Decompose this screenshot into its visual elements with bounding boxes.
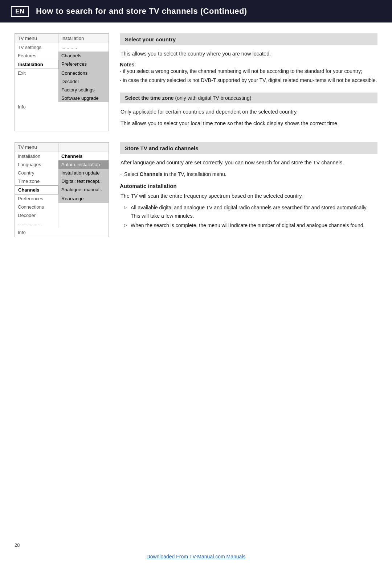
menu1-item-1-right: ............ [58,43,109,52]
select-country-desc: This allows you to select the country wh… [120,50,377,58]
bullet-item-2: When the search is complete, the menu wi… [126,221,377,229]
page-title: How to search for and store TV channels … [36,7,247,16]
menu2-connections-right [58,203,109,211]
menu1-item-4-right: Connections [58,69,109,77]
menu2-item-decoder: Decoder [15,211,109,220]
menu1-item-3-right: Preferences [58,60,109,69]
menu1-item-4: Exit Connections [15,69,109,77]
menu2-channels-row: Installation Channels [15,152,109,160]
menu1-item-6: Factory settings [15,86,109,94]
menu2-decoder-right [58,211,109,220]
menu1-header: TV menu Installation [15,34,109,43]
notes-label: Notes [120,62,134,67]
menu2-item-connections: Connections [15,203,109,211]
first-section-row: TV menu Installation TV settings .......… [15,33,377,131]
store-tv-panel: Store TV and radio channels After langua… [120,142,377,237]
notes-block: Notes: - if you select a wrong country, … [120,61,377,84]
menu1-item-1-left: TV settings [15,43,58,52]
menu2-channels-left: Channels [15,185,58,194]
circle-bullet-icon: ○ [120,172,122,177]
timezone-para2: This allows you to select your local tim… [120,119,377,127]
menu2-digital-right: Digital: test recept.. [58,177,109,185]
menu1-col-left-header: TV menu [15,34,58,43]
menu2-timezone-left: Time zone [15,177,58,185]
store-tv-intro: After language and country are set corre… [120,159,377,167]
menu1-item-1: TV settings ............ [15,43,109,52]
page-number: 28 [15,542,20,548]
menu2-install-update-right: Installation update [58,169,109,177]
notes-list: - if you select a wrong country, the cha… [120,67,377,84]
timezone-heading: Select the time zone (only with digital … [120,93,377,103]
menu1-item-5-right: Decoder [58,77,109,86]
select-channels-note: ○ Select Channels in the TV, Installatio… [120,170,377,178]
select-note-text: Select Channels in the TV, Installation … [124,170,226,178]
menu2-rearrange-right: Rearrange [58,194,109,203]
menu1-item-2-left: Features [15,52,58,60]
select-country-panel: Select your country This allows you to s… [120,33,377,131]
menu1-item-3-left: Installation [15,60,58,69]
auto-install-heading: Automatic installation [120,183,377,189]
auto-install-desc: The TV will scan the entire frequency sp… [120,192,377,200]
menu2-item-dotted: ............ [15,220,109,228]
menu2-installation-left: Installation [15,152,58,160]
menu2-col-left-header: TV menu [15,143,58,152]
menu2-header: TV menu [15,143,109,152]
menu1-item-2: Features Channels [15,52,109,60]
timezone-section: Select the time zone (only with digital … [120,93,377,128]
menu1-item-4-left: Exit [15,69,58,77]
menu2-col-right-header [58,143,109,152]
select-country-heading: Select your country [120,33,377,45]
menu1-item-7-right: Software upgrade [58,94,109,102]
menu2-item-channels: Channels Analogue: manual.. [15,185,109,194]
menu2-preferences-left: Preferences [15,194,58,203]
note-item-2: - in case the country selected is not DV… [120,77,377,85]
note-item-1: - if you select a wrong country, the cha… [120,67,377,75]
menu1-info: Info [15,102,109,111]
menu1-col-right-header: Installation [58,34,109,43]
menu2-item-preferences: Preferences Rearrange [15,194,109,203]
menu1-item-2-right: Channels [58,52,109,60]
menu1-item-6-right: Factory settings [58,86,109,94]
header-bar: EN How to search for and store TV channe… [0,0,392,22]
page-content: TV menu Installation TV settings .......… [0,22,392,259]
menu1-item-5: Decoder [15,77,109,86]
notes-colon: : [134,61,136,67]
second-section-row: TV menu Installation Channels Languages … [15,142,377,237]
tv-menu-2: TV menu Installation Channels Languages … [15,142,109,237]
menu2-info: Info [15,228,109,237]
timezone-heading-normal: (only with digital TV broadcasting) [174,95,252,101]
timezone-para1: Only applicable for certain countries an… [120,108,377,116]
bottom-link[interactable]: Downloaded From TV-Manual.com Manuals [147,554,246,559]
menu2-dotted-left: ............ [15,220,58,228]
menu2-item-timezone: Time zone Digital: test recept.. [15,177,109,185]
menu2-item-country: Country Installation update [15,169,109,177]
store-tv-heading: Store TV and radio channels [120,142,377,154]
en-badge: EN [11,6,29,17]
auto-install-bullets: All available digital and analogue TV an… [120,204,377,229]
menu2-languages-left: Languages [15,160,58,169]
menu1-item-7: Software upgrade [15,94,109,102]
menu1-item-6-left [15,86,58,94]
timezone-heading-bold: Select the time zone [125,95,174,101]
menu2-decoder-left: Decoder [15,211,58,220]
menu2-dotted-right [58,220,109,228]
menu2-analogue-right: Analogue: manual.. [58,185,109,194]
menu2-channels-right: Channels [58,152,109,160]
menu2-item-languages: Languages Autom. installation [15,160,109,169]
menu2-autom-right: Autom. installation [58,160,109,169]
bullet-item-1: All available digital and analogue TV an… [126,204,377,220]
bottom-link-bar: Downloaded From TV-Manual.com Manuals [0,554,392,559]
menu1-item-3: Installation Preferences [15,60,109,69]
menu2-connections-left: Connections [15,203,58,211]
menu2-country-left: Country [15,169,58,177]
tv-menu-1: TV menu Installation TV settings .......… [15,33,109,131]
menu1-item-7-left [15,94,58,102]
menu1-item-5-left [15,77,58,86]
